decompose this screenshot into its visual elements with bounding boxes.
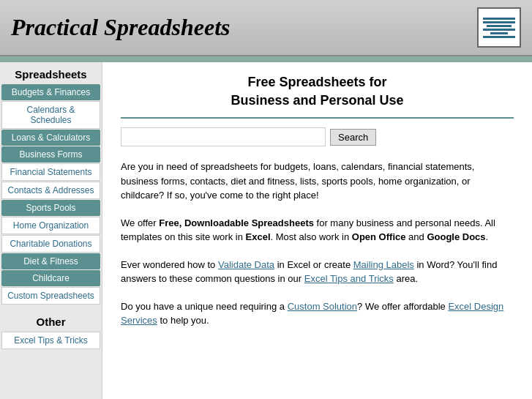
para3-intro: Ever wondered how to bbox=[121, 259, 218, 270]
para2-excel: Excel bbox=[246, 231, 271, 242]
sidebar-item-custom[interactable]: Custom Spreadsheets bbox=[1, 287, 100, 305]
para2-bold: Free, Downloadable Spreadsheets bbox=[159, 217, 314, 228]
sidebar-item-loans[interactable]: Loans & Calculators bbox=[1, 130, 100, 146]
site-logo bbox=[477, 7, 521, 48]
sidebar-item-sports[interactable]: Sports Pools bbox=[1, 200, 100, 216]
main-content: Free Spreadsheets for Business and Perso… bbox=[102, 62, 532, 399]
sub-header-bar bbox=[0, 56, 532, 62]
offer-paragraph: We offer Free, Downloadable Spreadsheets… bbox=[121, 216, 514, 245]
heading-line2: Business and Personal Use bbox=[231, 93, 403, 108]
teal-divider bbox=[121, 117, 514, 119]
para3-end: area. bbox=[394, 273, 418, 284]
tips-paragraph: Ever wondered how to Validate Data in Ex… bbox=[121, 258, 514, 286]
sidebar-item-contacts[interactable]: Contacts & Addresses bbox=[1, 182, 100, 199]
logo-line-1 bbox=[483, 18, 514, 20]
search-bar: Search bbox=[121, 127, 514, 146]
page-heading: Free Spreadsheets for Business and Perso… bbox=[121, 73, 514, 110]
main-layout: Spreadsheets Budgets & Finances Calendar… bbox=[0, 62, 532, 399]
sidebar-item-budgets[interactable]: Budgets & Finances bbox=[1, 84, 100, 100]
validate-data-link[interactable]: Validate Data bbox=[218, 259, 274, 270]
logo-line-3 bbox=[487, 25, 512, 27]
sidebar-other-title: Other bbox=[0, 310, 102, 331]
custom-paragraph: Do you have a unique need requiring a Cu… bbox=[121, 299, 514, 328]
para2-and: and bbox=[405, 231, 427, 242]
para1-text: Are you in need of spreadsheets for budg… bbox=[121, 161, 474, 201]
para3-mid: in Excel or create bbox=[274, 259, 353, 270]
sidebar-item-business-forms[interactable]: Business Forms bbox=[1, 146, 100, 163]
para2-gdocs: Google Docs bbox=[427, 231, 485, 242]
sidebar-item-financial[interactable]: Financial Statements bbox=[1, 163, 100, 181]
site-title: Practical Spreadsheets bbox=[11, 14, 231, 41]
search-input[interactable] bbox=[121, 127, 326, 146]
para4-mid: ? We offer affordable bbox=[357, 301, 448, 312]
sidebar-item-home[interactable]: Home Organization bbox=[1, 217, 100, 234]
sidebar-item-charitable[interactable]: Charitable Donations bbox=[1, 235, 100, 253]
sidebar-item-excel-tips[interactable]: Excel Tips & Tricks bbox=[1, 332, 100, 349]
logo-line-6 bbox=[483, 36, 514, 38]
heading-line1: Free Spreadsheets for bbox=[247, 75, 386, 89]
logo-line-5 bbox=[490, 32, 508, 34]
sidebar-spreadsheets-title: Spreadsheets bbox=[0, 62, 102, 83]
para4-intro: Do you have a unique need requiring a bbox=[121, 301, 288, 312]
logo-line-4 bbox=[483, 29, 514, 31]
para2-mid2: . Most also work in bbox=[271, 231, 352, 242]
custom-solution-link[interactable]: Custom Solution bbox=[288, 301, 357, 312]
para4-end: to help you. bbox=[157, 315, 209, 326]
para2-intro: We offer bbox=[121, 217, 159, 228]
sidebar: Spreadsheets Budgets & Finances Calendar… bbox=[0, 62, 102, 399]
search-button[interactable]: Search bbox=[330, 129, 376, 146]
page-header: Practical Spreadsheets bbox=[0, 0, 532, 56]
logo-line-2 bbox=[483, 21, 514, 23]
sidebar-item-diet[interactable]: Diet & Fitness bbox=[1, 253, 100, 269]
para2-end: . bbox=[486, 231, 489, 242]
excel-tips-link[interactable]: Excel Tips and Tricks bbox=[304, 273, 394, 284]
para2-openoffice: Open Office bbox=[352, 231, 406, 242]
sidebar-item-childcare[interactable]: Childcare bbox=[1, 270, 100, 286]
mailing-labels-link[interactable]: Mailing Labels bbox=[353, 259, 414, 270]
sidebar-item-calendars[interactable]: Calendars & Schedules bbox=[1, 101, 100, 129]
intro-paragraph: Are you in need of spreadsheets for budg… bbox=[121, 160, 514, 203]
